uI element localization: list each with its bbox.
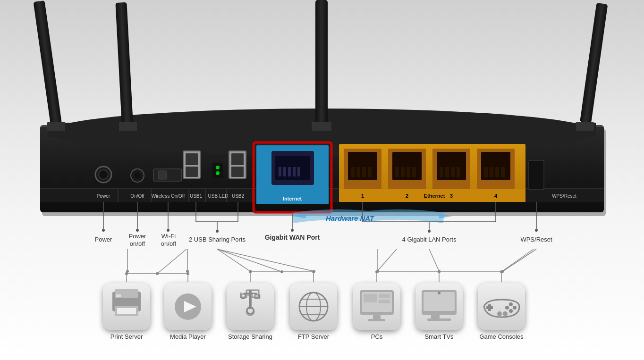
background <box>0 0 644 360</box>
